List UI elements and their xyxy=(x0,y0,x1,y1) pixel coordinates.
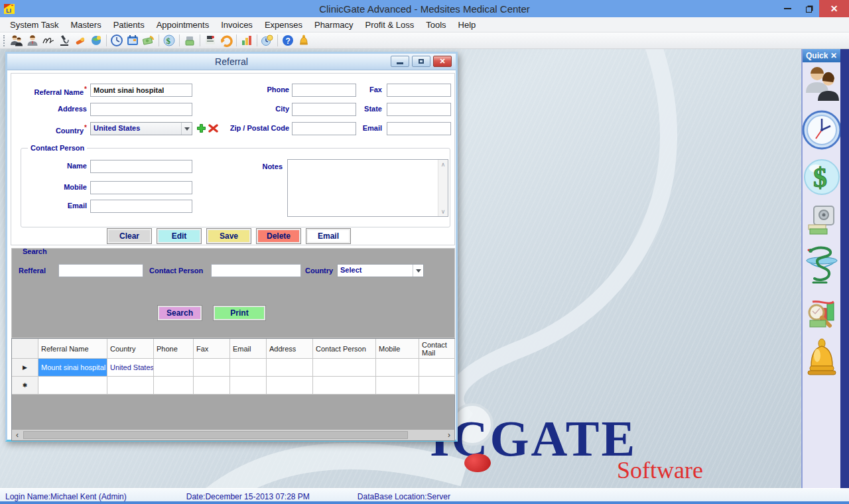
menu-help[interactable]: Help xyxy=(452,18,482,32)
menu-profit-loss[interactable]: Profit & Loss xyxy=(359,18,421,32)
delete-button[interactable]: Delete xyxy=(257,229,300,243)
expenses-icon[interactable] xyxy=(806,204,838,237)
menu-invoices[interactable]: Invoices xyxy=(215,18,259,32)
payment-icon[interactable] xyxy=(141,33,157,48)
search-contact-person-input[interactable] xyxy=(211,264,301,277)
cell-address[interactable] xyxy=(267,359,313,377)
print-button[interactable]: Print xyxy=(214,306,265,320)
grid-header-country[interactable]: Country xyxy=(107,339,154,359)
menu-expenses[interactable]: Expenses xyxy=(259,18,308,32)
scroll-left-icon[interactable]: ‹ xyxy=(12,430,23,440)
profit-loss-icon[interactable] xyxy=(805,295,839,331)
add-country-icon[interactable] xyxy=(196,123,206,133)
minimize-button[interactable] xyxy=(777,0,798,17)
cell-mobile[interactable] xyxy=(376,359,419,377)
grid-header-contact-mail[interactable]: Contact Mail xyxy=(419,339,455,359)
menu-pharmacy[interactable]: Pharmacy xyxy=(308,18,359,32)
svg-text:?: ? xyxy=(286,36,291,46)
patients-group-icon[interactable] xyxy=(9,33,25,48)
billing-icon[interactable]: $ xyxy=(803,158,841,196)
cell-phone[interactable] xyxy=(154,359,194,377)
grid-new-row[interactable]: ✱ xyxy=(12,377,454,395)
help-icon[interactable]: ? xyxy=(280,33,296,48)
email-input[interactable] xyxy=(387,122,451,135)
clock-icon[interactable] xyxy=(109,33,125,48)
prescription-icon[interactable] xyxy=(72,33,88,48)
grid-header-contact-person[interactable]: Contact Person xyxy=(313,339,376,359)
calendar-icon[interactable] xyxy=(125,33,141,48)
cell-contact-mail[interactable] xyxy=(419,359,455,377)
signature-icon[interactable] xyxy=(40,33,56,48)
search-button[interactable]: Search xyxy=(158,306,202,320)
reminder-icon[interactable] xyxy=(259,33,275,48)
save-button[interactable]: Save xyxy=(207,229,251,243)
clock-icon[interactable] xyxy=(801,109,842,151)
country-combo[interactable]: United States xyxy=(90,122,192,135)
cell-country[interactable]: United States xyxy=(107,359,154,377)
notes-scrollbar[interactable]: ∧∨ xyxy=(438,160,448,216)
menu-tools[interactable]: Tools xyxy=(420,18,452,32)
cell-contact-person[interactable] xyxy=(313,377,376,395)
grid-header-fax[interactable]: Fax xyxy=(194,339,230,359)
zip-label: Zip / Postal Code xyxy=(210,124,289,132)
grid-row[interactable]: ▶ Mount sinai hospital United States xyxy=(12,359,454,377)
grid-header-phone[interactable]: Phone xyxy=(154,339,194,359)
cell-fax[interactable] xyxy=(194,359,230,377)
dialog-close-button[interactable]: ✕ xyxy=(433,56,452,67)
dialog-minimize-button[interactable] xyxy=(391,56,409,67)
restore-button[interactable] xyxy=(798,0,819,17)
microscope-icon[interactable] xyxy=(56,33,72,48)
patient-icon[interactable] xyxy=(25,33,40,48)
pharmacy-icon[interactable] xyxy=(804,244,840,288)
search-country-combo[interactable]: Select xyxy=(337,264,424,277)
billing-icon[interactable]: $ xyxy=(161,33,177,48)
inventory-icon[interactable] xyxy=(182,33,198,48)
search-refferal-label: Refferal xyxy=(19,267,53,275)
grid-header-email[interactable]: Email xyxy=(230,339,267,359)
grid-header-mobile[interactable]: Mobile xyxy=(376,339,419,359)
email-button[interactable]: Email xyxy=(306,229,350,243)
cell-address[interactable] xyxy=(267,377,313,395)
cell-contact-person[interactable] xyxy=(313,359,376,377)
cell-email[interactable] xyxy=(230,359,267,377)
dialog-maximize-button[interactable] xyxy=(412,56,430,67)
contact-mobile-input[interactable] xyxy=(90,181,192,194)
close-button[interactable]: ✕ xyxy=(819,0,849,17)
fax-input[interactable] xyxy=(387,84,451,97)
cell-referral-name[interactable]: Mount sinai hospital xyxy=(38,359,107,377)
address-input[interactable] xyxy=(90,103,192,116)
cell-phone[interactable] xyxy=(154,377,194,395)
services-icon[interactable] xyxy=(88,33,104,48)
clear-button[interactable]: Clear xyxy=(107,229,151,243)
menu-system-task[interactable]: System Task xyxy=(4,18,64,32)
undo-icon[interactable] xyxy=(218,33,234,48)
bell-icon[interactable] xyxy=(296,33,312,48)
cell-fax[interactable] xyxy=(194,377,230,395)
reports-icon[interactable] xyxy=(239,33,255,48)
alerts-icon[interactable] xyxy=(805,338,838,377)
cell-referral-name[interactable] xyxy=(38,377,107,395)
edit-button[interactable]: Edit xyxy=(157,229,201,243)
contact-name-input[interactable] xyxy=(90,160,192,173)
grid-horizontal-scrollbar[interactable]: ‹ › xyxy=(12,430,454,440)
cell-mobile[interactable] xyxy=(376,377,419,395)
quick-close-icon[interactable]: ✕ xyxy=(830,51,837,60)
cash-register-icon[interactable] xyxy=(202,33,218,48)
scroll-right-icon[interactable]: › xyxy=(444,430,454,440)
grid-header-address[interactable]: Address xyxy=(267,339,313,359)
scroll-thumb[interactable] xyxy=(23,431,408,439)
notes-input[interactable]: ∧∨ xyxy=(287,159,448,217)
search-refferal-input[interactable] xyxy=(58,264,143,277)
menu-patients[interactable]: Patients xyxy=(107,18,151,32)
cell-country[interactable] xyxy=(107,377,154,395)
menu-appointments[interactable]: Appointments xyxy=(151,18,216,32)
state-input[interactable] xyxy=(387,103,451,116)
cell-email[interactable] xyxy=(230,377,267,395)
grid-header-referral-name[interactable]: Referral Name xyxy=(38,339,107,359)
cell-contact-mail[interactable] xyxy=(419,377,455,395)
search-group-label: Search xyxy=(23,247,47,255)
patients-icon[interactable] xyxy=(805,65,839,102)
contact-email-input[interactable] xyxy=(90,200,192,213)
referral-name-input[interactable] xyxy=(90,84,192,97)
menu-masters[interactable]: Masters xyxy=(64,18,107,32)
